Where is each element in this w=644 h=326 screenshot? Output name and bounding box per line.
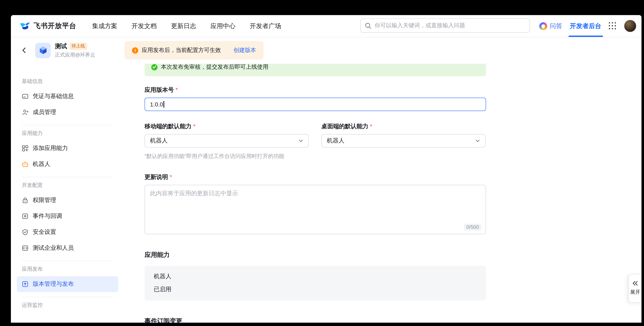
- success-banner: 本次发布免审核，提交发布后即可上线使用: [144, 64, 486, 76]
- sidebar-divider: [22, 261, 113, 261]
- capability-section-title: 应用能力: [144, 251, 486, 259]
- qa-label: 问答: [550, 22, 562, 30]
- console-label: 开发者后台: [570, 22, 601, 30]
- main-nav: 集成方案 开发文档 更新日志 应用中心 开发者广场: [92, 22, 281, 30]
- nav-changelog[interactable]: 更新日志: [171, 22, 196, 30]
- app-window: 飞书开放平台 集成方案 开发文档 更新日志 应用中心 开发者广场 你可以输入关键…: [11, 15, 642, 323]
- sidebar-item-events[interactable]: 事件与回调: [17, 208, 118, 224]
- default-capability-row: 移动端的默认能力* 机器人 桌面端的默认能力*: [144, 123, 486, 148]
- expand-panel-button[interactable]: 展开: [628, 274, 642, 302]
- sidebar-item-security[interactable]: 安全设置: [17, 224, 118, 240]
- desktop-capability-col: 桌面端的默认能力* 机器人: [321, 123, 486, 148]
- test-org-icon: [22, 245, 28, 252]
- main-panel: 本次发布免审核，提交发布后即可上线使用 应用版本号* 1.0.0 移动端的默认能…: [124, 64, 642, 323]
- sidebar: 基础信息 凭证与基础信息 成员管理 应用能力 添加应用能力 机器人: [11, 64, 124, 323]
- sidebar-item-label: 成员管理: [33, 108, 56, 116]
- form-content: 本次发布免审核，提交发布后即可上线使用 应用版本号* 1.0.0 移动端的默认能…: [144, 64, 486, 323]
- changelog-textarea[interactable]: 此内容将于应用的更新日志中显示 0/500: [144, 185, 486, 234]
- event-section-title: 事件订阅变更: [144, 317, 486, 323]
- cube-icon: [38, 45, 48, 55]
- sidebar-divider: [22, 125, 113, 125]
- nav-docs[interactable]: 开发文档: [132, 22, 157, 30]
- brand[interactable]: 飞书开放平台: [19, 20, 76, 32]
- warning-icon: !: [132, 47, 138, 54]
- chevron-down-icon: [298, 138, 303, 143]
- mobile-capability-value: 机器人: [150, 137, 168, 144]
- sidebar-item-credentials[interactable]: 凭证与基础信息: [17, 88, 118, 104]
- sidebar-item-bot[interactable]: 机器人: [17, 156, 118, 172]
- nav-integration[interactable]: 集成方案: [92, 22, 117, 30]
- text-caret: [164, 101, 164, 108]
- permission-icon: [22, 197, 28, 204]
- desktop-capability-select[interactable]: 机器人: [321, 134, 486, 148]
- search-input[interactable]: 你可以输入关键词，或直接输入问题: [360, 18, 530, 33]
- add-capability-icon: [22, 145, 28, 152]
- chevron-down-icon: [475, 138, 480, 143]
- credential-icon: [22, 93, 28, 100]
- members-icon: [22, 109, 28, 116]
- version-value: 1.0.0: [150, 101, 163, 108]
- sidebar-item-label: 安全设置: [33, 228, 56, 236]
- status-badge: 待上线: [70, 42, 87, 50]
- brand-name: 飞书开放平台: [34, 21, 76, 30]
- app-meta: 测试 待上线 正式应用@环界云: [55, 42, 95, 58]
- event-callback-icon: [22, 213, 28, 220]
- create-version-link[interactable]: 创建版本: [234, 46, 256, 54]
- avatar[interactable]: [624, 20, 636, 32]
- publish-warning-banner: ! 应用发布后，当前配置方可生效 创建版本: [124, 41, 264, 60]
- changelog-placeholder: 此内容将于应用的更新日志中显示: [150, 190, 238, 196]
- sidebar-section-monitor: 运营监控: [17, 302, 118, 309]
- body: 基础信息 凭证与基础信息 成员管理 应用能力 添加应用能力 机器人: [11, 64, 642, 323]
- sidebar-item-label: 版本管理与发布: [33, 280, 74, 288]
- app-icon: [35, 42, 51, 58]
- sidebar-item-test-org[interactable]: 测试企业和人员: [17, 240, 118, 256]
- qa-icon: [539, 22, 547, 30]
- capability-summary-box: 机器人 已启用: [144, 266, 486, 300]
- qa-button[interactable]: 问答: [539, 22, 562, 30]
- robot-icon: [22, 161, 28, 168]
- security-shield-icon: [22, 229, 28, 236]
- expand-label: 展开: [630, 289, 640, 296]
- app-subheader: 测试 待上线 正式应用@环界云 ! 应用发布后，当前配置方可生效 创建版本: [11, 37, 642, 64]
- required-mark: *: [170, 174, 172, 181]
- success-banner-text: 本次发布免审核，提交发布后即可上线使用: [161, 64, 268, 71]
- back-chevron-icon: [21, 47, 28, 54]
- top-header: 飞书开放平台 集成方案 开发文档 更新日志 应用中心 开发者广场 你可以输入关键…: [11, 15, 642, 37]
- sidebar-item-permissions[interactable]: 权限管理: [17, 192, 118, 208]
- search-placeholder: 你可以输入关键词，或直接输入问题: [374, 22, 465, 29]
- app-name: 测试: [55, 42, 67, 50]
- back-button[interactable]: [18, 44, 30, 56]
- desktop-capability-value: 机器人: [327, 137, 344, 144]
- sidebar-item-label: 测试企业和人员: [33, 244, 74, 252]
- sidebar-item-label: 添加应用能力: [33, 144, 68, 152]
- mobile-capability-col: 移动端的默认能力* 机器人: [144, 123, 309, 148]
- sidebar-section-capability: 应用能力: [17, 130, 118, 137]
- sidebar-item-version-release[interactable]: 版本管理与发布: [17, 276, 118, 292]
- sidebar-item-add-capability[interactable]: 添加应用能力: [17, 140, 118, 156]
- sidebar-item-label: 事件与回调: [33, 212, 62, 220]
- required-mark: *: [176, 86, 178, 94]
- tab-developer-console[interactable]: 开发者后台: [570, 15, 601, 37]
- success-check-icon: [151, 64, 158, 70]
- mobile-capability-select[interactable]: 机器人: [144, 134, 309, 148]
- sidebar-divider: [22, 297, 113, 297]
- capability-name: 机器人: [154, 273, 477, 280]
- feishu-logo-icon: [19, 20, 30, 32]
- warning-text: 应用发布后，当前配置方可生效: [142, 46, 221, 54]
- char-counter: 0/500: [464, 224, 482, 230]
- mobile-capability-label: 移动端的默认能力*: [144, 123, 309, 130]
- nav-app-center[interactable]: 应用中心: [210, 22, 236, 30]
- sidebar-item-members[interactable]: 成员管理: [17, 104, 118, 120]
- default-capability-hint: “默认的应用功能”即用户通过工作台访问应用时打开的功能: [144, 152, 486, 160]
- double-chevron-left-icon: [632, 281, 638, 286]
- app-subtitle: 正式应用@环界云: [55, 51, 95, 58]
- changelog-label: 更新说明*: [144, 174, 486, 181]
- required-mark: *: [370, 123, 372, 130]
- version-input[interactable]: 1.0.0: [144, 98, 486, 111]
- nav-dev-plaza[interactable]: 开发者广场: [250, 22, 281, 30]
- header-right: 问答 开发者后台: [539, 15, 642, 37]
- apps-grid-icon[interactable]: [609, 22, 616, 30]
- desktop-capability-label: 桌面端的默认能力*: [321, 123, 486, 130]
- required-mark: *: [193, 123, 196, 130]
- sidebar-section-devconfig: 开发配置: [17, 182, 118, 189]
